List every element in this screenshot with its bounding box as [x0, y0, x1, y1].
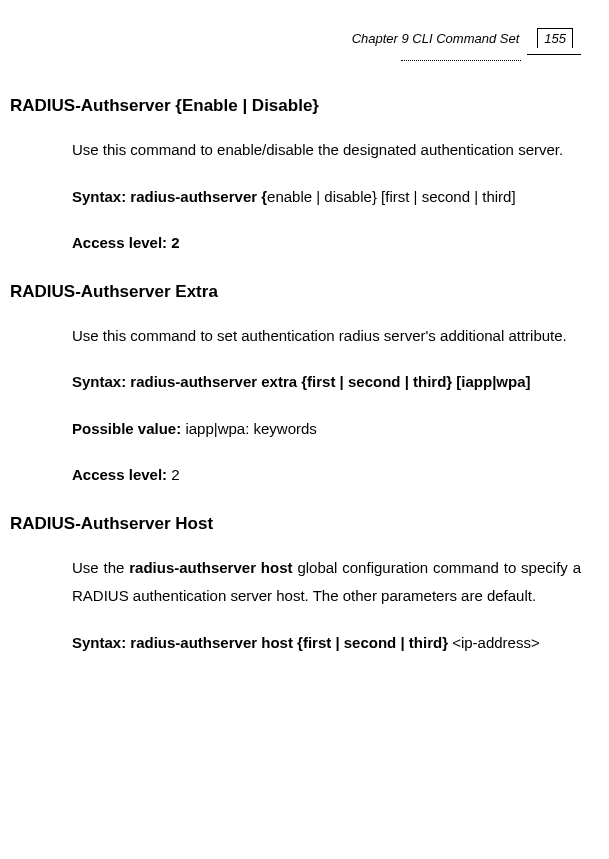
syntax-text: Syntax: radius-authserver {enable | disa…: [72, 183, 581, 212]
possible-text: Possible value: iapp|wpa: keywords: [72, 415, 581, 444]
description-text: Use the radius-authserver host global co…: [72, 554, 581, 611]
possible-rest: iapp|wpa: keywords: [185, 420, 316, 437]
access-text: Access level: 2: [72, 461, 581, 490]
header-rule: [0, 54, 581, 68]
section-body: Use this command to enable/disable the d…: [10, 136, 581, 165]
access-label: Access level:: [72, 466, 171, 483]
access-text: Access level: 2: [72, 229, 581, 258]
access-label: Access level: 2: [72, 234, 180, 251]
access-rest: 2: [171, 466, 179, 483]
section-title: RADIUS-Authserver {Enable | Disable}: [10, 96, 581, 116]
syntax-block: Syntax: radius-authserver host {first | …: [10, 629, 581, 658]
page-content: RADIUS-Authserver {Enable | Disable} Use…: [0, 96, 581, 657]
chapter-title: Chapter 9 CLI Command Set: [352, 31, 520, 46]
syntax-label: Syntax: radius-authserver extra {first |…: [72, 373, 531, 390]
section-title: RADIUS-Authserver Host: [10, 514, 581, 534]
possible-block: Possible value: iapp|wpa: keywords: [10, 415, 581, 444]
possible-label: Possible value:: [72, 420, 185, 437]
description-text: Use this command to set authentication r…: [72, 322, 581, 351]
syntax-label: Syntax: radius-authserver {: [72, 188, 267, 205]
desc-rest: Use this command to set authentication r…: [72, 327, 567, 344]
desc-bold: radius-authserver host: [129, 559, 292, 576]
access-block: Access level: 2: [10, 461, 581, 490]
desc-rest: Use this command to enable/disable the d…: [72, 141, 563, 158]
page-number: 155: [537, 28, 573, 48]
access-block: Access level: 2: [10, 229, 581, 258]
page-header: Chapter 9 CLI Command Set155: [0, 28, 581, 48]
syntax-label: Syntax: radius-authserver host {first | …: [72, 634, 452, 651]
section-title: RADIUS-Authserver Extra: [10, 282, 581, 302]
syntax-text: Syntax: radius-authserver extra {first |…: [72, 368, 581, 397]
syntax-rest: <ip-address>: [452, 634, 540, 651]
syntax-rest: enable | disable} [first | second | thir…: [267, 188, 516, 205]
syntax-text: Syntax: radius-authserver host {first | …: [72, 629, 581, 658]
syntax-block: Syntax: radius-authserver extra {first |…: [10, 368, 581, 397]
syntax-block: Syntax: radius-authserver {enable | disa…: [10, 183, 581, 212]
description-text: Use this command to enable/disable the d…: [72, 136, 581, 165]
desc-prefix: Use the: [72, 559, 129, 576]
section-body: Use the radius-authserver host global co…: [10, 554, 581, 611]
section-body: Use this command to set authentication r…: [10, 322, 581, 351]
